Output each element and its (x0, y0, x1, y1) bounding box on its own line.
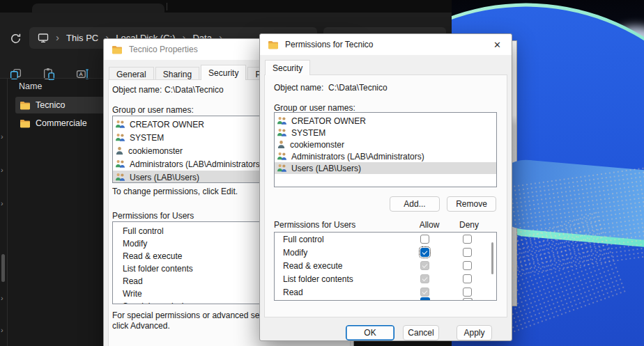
allow-checkbox-read[interactable] (420, 288, 429, 297)
nav-pane-divider (7, 79, 8, 346)
ok-button[interactable]: OK (346, 325, 394, 340)
permissions-tabs: Security (265, 60, 312, 75)
add-button[interactable]: Add... (390, 196, 440, 212)
user-icon (277, 140, 286, 149)
navigation-pane-edge: › › › › › (0, 79, 7, 346)
deny-checkbox-full-control[interactable] (463, 235, 472, 244)
group-item-label: SYSTEM (130, 133, 164, 143)
dialog-title: Tecnico Properties (129, 45, 198, 54)
cancel-button[interactable]: Cancel (403, 325, 439, 340)
object-name-value: C:\Data\Tecnico (328, 83, 388, 93)
permission-row-modify: Modify (275, 246, 496, 259)
group-list-item-selected[interactable]: Users (LAB\Users) (275, 162, 496, 174)
tree-expand-icon[interactable]: › (1, 133, 3, 141)
allow-checkbox-modify[interactable] (420, 248, 429, 257)
permission-label: Read (283, 288, 303, 297)
tab-general[interactable]: General (109, 67, 154, 80)
group-names-label: Group or user names: (112, 105, 194, 115)
edit-hint-text: To change permissions, click Edit. (112, 187, 238, 196)
tab-sharing[interactable]: Sharing (155, 67, 199, 80)
remove-button[interactable]: Remove (447, 196, 496, 212)
group-item-label: cookiemonster (290, 140, 344, 150)
group-icon (115, 133, 125, 142)
file-name: Commerciale (36, 118, 87, 128)
object-name-value: C:\Data\Tecnico (164, 85, 224, 95)
tree-expand-icon[interactable]: › (1, 166, 3, 174)
nav-scrollbar-thumb[interactable] (1, 254, 5, 282)
dialog-title: Permissions for Tecnico (285, 40, 374, 49)
chevron-right-icon[interactable]: › (56, 32, 59, 42)
permissions-dialog: Permissions for Tecnico ✕ Security Objec… (259, 33, 512, 341)
deny-checkbox-list-folder[interactable] (463, 274, 472, 283)
allow-column-header: Allow (415, 220, 443, 230)
group-item-label: CREATOR OWNER (130, 120, 204, 129)
group-item-label: cookiemonster (128, 146, 183, 156)
folder-icon (268, 40, 279, 49)
tree-expand-icon[interactable]: › (1, 294, 3, 302)
permission-row-list-folder: List folder contents (275, 272, 496, 285)
permissions-dialog-titlebar: Permissions for Tecnico (260, 34, 512, 55)
permission-row-full-control: Full control (275, 233, 496, 246)
permission-label: Read & execute (283, 261, 342, 271)
explorer-tab-strip (0, 0, 452, 13)
clipped-deny-checkbox-sliver[interactable] (463, 298, 473, 301)
allow-checkbox-full-control[interactable] (420, 235, 429, 244)
group-list-item[interactable]: cookiemonster (275, 139, 496, 150)
group-names-label: Group or user names: (274, 103, 355, 113)
group-icon (277, 152, 287, 161)
close-icon: ✕ (493, 40, 501, 50)
group-item-label: CREATOR OWNER (291, 116, 366, 126)
group-list-item[interactable]: SYSTEM (275, 127, 496, 139)
deny-checkbox-read-execute[interactable] (463, 261, 472, 270)
permission-label: Modify (283, 248, 307, 258)
deny-checkbox-modify[interactable] (463, 248, 472, 257)
deny-checkbox-read[interactable] (463, 288, 472, 297)
user-icon (115, 146, 124, 155)
rename-button[interactable] (71, 63, 93, 84)
permission-label: List folder contents (283, 274, 353, 284)
tab-security[interactable]: Security (265, 60, 310, 75)
group-icon (115, 173, 125, 182)
group-icon (277, 116, 287, 125)
permissions-for-users-label: Permissions for Users (274, 220, 355, 230)
group-item-label: Users (LAB\Users) (291, 164, 361, 173)
object-name-label: Object name: (274, 83, 323, 93)
advanced-hint-line2: click Advanced. (112, 321, 170, 331)
object-name-label: Object name: (112, 85, 162, 95)
clipped-allow-checkbox-sliver[interactable] (420, 297, 430, 301)
group-item-label: SYSTEM (291, 128, 325, 138)
allow-checkbox-list-folder[interactable] (420, 274, 429, 283)
deny-column-header: Deny (455, 220, 483, 230)
explorer-tab-fragment (32, 3, 164, 13)
group-icon (115, 120, 125, 129)
group-item-label: Administrators (LAB\Administrators) (130, 159, 263, 169)
folder-icon (112, 45, 123, 54)
apply-button[interactable]: Apply (457, 325, 492, 340)
folder-icon (20, 119, 31, 128)
group-list-item[interactable]: CREATOR OWNER (275, 115, 496, 127)
screen: › This PC › Local Disk (C:) › Data › (0, 0, 644, 346)
permissions-table: Full control Modify Read & execute List … (274, 232, 497, 301)
folder-icon (20, 101, 31, 110)
tree-expand-icon[interactable]: › (1, 327, 3, 334)
permission-row-read-execute: Read & execute (275, 259, 496, 272)
file-name: Tecnico (36, 100, 65, 110)
close-button[interactable]: ✕ (487, 37, 507, 52)
tree-expand-icon[interactable]: › (1, 200, 3, 207)
permission-row-read: Read (275, 285, 496, 299)
group-list-item[interactable]: Administrators (LAB\Administrators) (275, 150, 496, 162)
group-icon (277, 128, 287, 137)
breadcrumb-this-pc[interactable]: This PC (66, 33, 98, 43)
refresh-icon (11, 33, 20, 42)
refresh-button[interactable] (6, 29, 25, 48)
permission-label: Full control (283, 235, 324, 244)
group-user-list: CREATOR OWNER SYSTEM cookiemonster Admin… (274, 112, 497, 187)
permissions-scrollbar-thumb[interactable] (491, 242, 493, 274)
group-icon (277, 164, 287, 173)
column-header-name[interactable]: Name (19, 81, 42, 91)
group-item-label: Administrators (LAB\Administrators) (291, 152, 424, 162)
group-item-label: Users (LAB\Users) (130, 173, 199, 182)
permissions-for-users-label: Permissions for Users (112, 211, 194, 221)
tab-security[interactable]: Security (201, 65, 246, 80)
allow-checkbox-read-execute[interactable] (420, 261, 429, 270)
